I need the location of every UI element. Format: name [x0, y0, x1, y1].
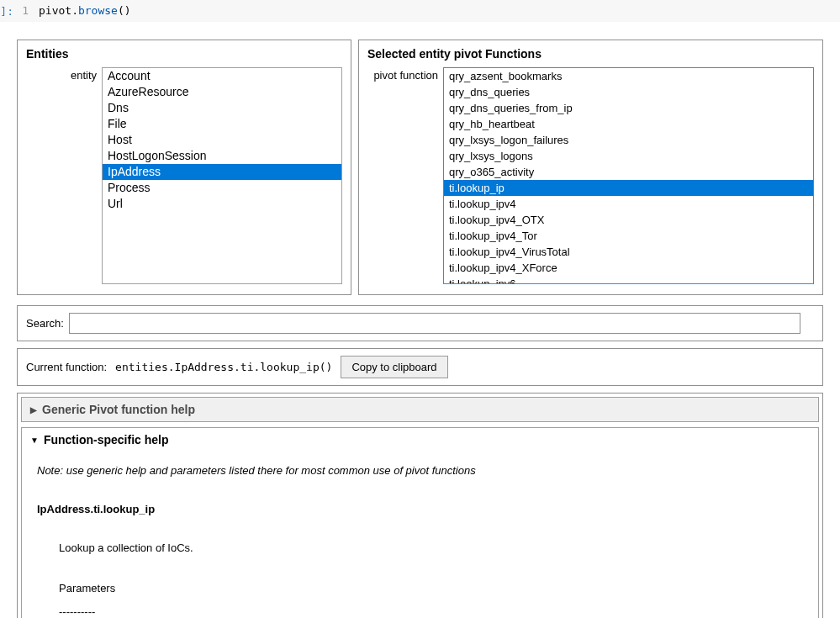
functions-list-item[interactable]: ti.lookup_ipv4_XForce: [444, 260, 813, 276]
prompt-label: ]:: [0, 0, 17, 22]
code-token-dot: .: [71, 4, 78, 17]
code-token-object: pivot: [39, 4, 71, 17]
functions-list-item[interactable]: ti.lookup_ipv4: [444, 196, 813, 212]
functions-list-item[interactable]: qry_dns_queries: [444, 84, 813, 100]
search-section: Search:: [17, 305, 823, 341]
help-function-description: Lookup a collection of IoCs.: [59, 539, 803, 557]
functions-list-item[interactable]: qry_azsent_bookmarks: [444, 68, 813, 84]
entities-list-item[interactable]: Dns: [103, 100, 341, 116]
generic-help-accordion: ▶ Generic Pivot function help: [21, 397, 819, 422]
code-input[interactable]: pivot.browse(): [34, 0, 840, 22]
code-token-parens: (): [118, 4, 131, 17]
help-container: ▶ Generic Pivot function help ▼ Function…: [17, 393, 823, 618]
entities-listbox[interactable]: AccountAzureResourceDnsFileHostHostLogon…: [102, 67, 342, 284]
functions-list-item[interactable]: ti.lookup_ip: [444, 180, 813, 196]
entities-panel-title: Entities: [26, 47, 342, 61]
functions-listbox[interactable]: qry_azsent_bookmarksqry_dns_queriesqry_d…: [443, 67, 814, 284]
caret-right-icon: ▶: [30, 405, 37, 415]
functions-list-item[interactable]: qry_lxsys_logon_failures: [444, 132, 813, 148]
copy-to-clipboard-button[interactable]: Copy to clipboard: [341, 356, 447, 378]
specific-help-toggle[interactable]: ▼ Function-specific help: [22, 428, 818, 452]
entities-list-item[interactable]: Account: [103, 68, 341, 84]
functions-panel: Selected entity pivot Functions pivot fu…: [358, 40, 823, 295]
generic-help-toggle[interactable]: ▶ Generic Pivot function help: [22, 398, 818, 421]
entities-panel-label: entity: [26, 67, 102, 82]
code-line-number: 1: [17, 0, 34, 22]
code-token-function: browse: [78, 4, 118, 17]
current-function-path: entities.IpAddress.ti.lookup_ip(): [115, 361, 332, 373]
functions-list-item[interactable]: qry_o365_activity: [444, 164, 813, 180]
entities-list-item[interactable]: AzureResource: [103, 84, 341, 100]
functions-list-item[interactable]: qry_dns_queries_from_ip: [444, 100, 813, 116]
help-note: Note: use generic help and parameters li…: [37, 462, 803, 480]
entities-list-item[interactable]: Url: [103, 196, 341, 212]
help-function-title: IpAddress.ti.lookup_ip: [37, 500, 803, 519]
functions-list-item[interactable]: qry_lxsys_logons: [444, 148, 813, 164]
help-parameters-underline: ----------: [59, 603, 803, 618]
search-input[interactable]: [69, 313, 800, 334]
generic-help-title: Generic Pivot function help: [42, 403, 195, 416]
help-parameters-heading: Parameters: [59, 579, 803, 598]
entities-list-item[interactable]: Host: [103, 132, 341, 148]
specific-help-title: Function-specific help: [44, 433, 169, 446]
caret-down-icon: ▼: [30, 436, 39, 445]
specific-help-content: Note: use generic help and parameters li…: [22, 452, 818, 618]
code-cell: ]: 1 pivot.browse(): [0, 0, 840, 23]
search-label: Search:: [26, 317, 64, 330]
functions-list-item[interactable]: ti.lookup_ipv4_VirusTotal: [444, 244, 813, 260]
entities-list-item[interactable]: IpAddress: [103, 164, 341, 180]
functions-panel-label: pivot function: [367, 67, 443, 82]
functions-list-item[interactable]: ti.lookup_ipv4_Tor: [444, 228, 813, 244]
current-function-label: Current function:: [26, 361, 107, 373]
functions-list-item[interactable]: ti.lookup_ipv4_OTX: [444, 212, 813, 228]
functions-list-item[interactable]: qry_hb_heartbeat: [444, 116, 813, 132]
entities-list-item[interactable]: File: [103, 116, 341, 132]
entities-list-item[interactable]: HostLogonSession: [103, 148, 341, 164]
specific-help-accordion: ▼ Function-specific help Note: use gener…: [21, 427, 819, 618]
functions-panel-title: Selected entity pivot Functions: [367, 47, 814, 61]
current-function-section: Current function: entities.IpAddress.ti.…: [17, 348, 823, 386]
entities-list-item[interactable]: Process: [103, 180, 341, 196]
entities-panel: Entities entity AccountAzureResourceDnsF…: [17, 40, 351, 295]
functions-list-item[interactable]: ti.lookup_ipv6: [444, 276, 813, 284]
